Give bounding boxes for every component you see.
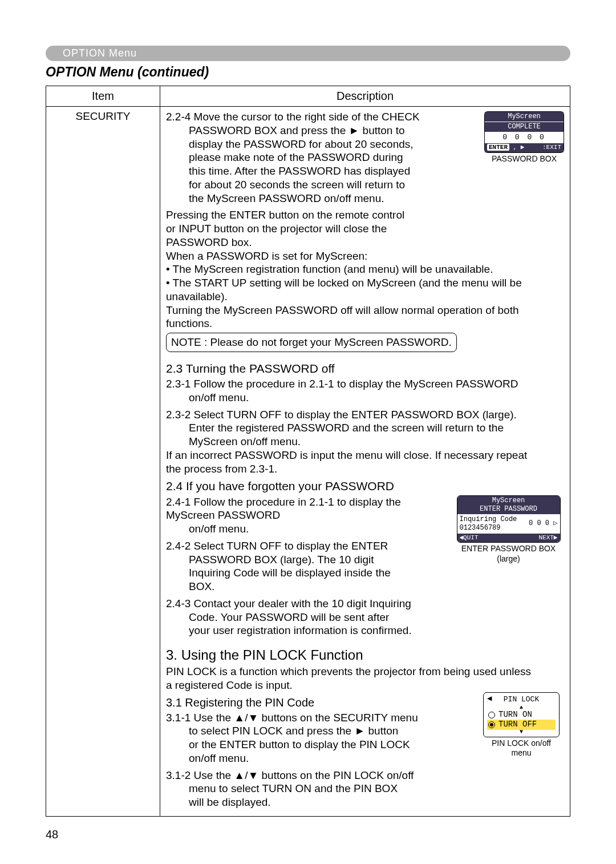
osd-subtitle: COMPLETE: [485, 122, 564, 132]
col-header-description: Description: [160, 86, 570, 107]
osd-enter-label: ENTER: [487, 144, 509, 151]
osd2-footer: ◀QUIT NEXT▶: [457, 534, 560, 543]
step-number: 2.3-1: [166, 378, 191, 390]
section-heading: OPTION Menu (continued): [46, 64, 570, 80]
text: this time. After the PASSWORD has displa…: [166, 165, 410, 177]
osd3-caption: PIN LOCK on/off menu: [479, 738, 564, 758]
text: your user registration information is co…: [166, 624, 412, 636]
osd-digits: 0 0 0 0: [485, 132, 564, 143]
step-number: 2.4-2: [166, 540, 191, 552]
text: the MyScreen PASSWORD on/off menu.: [166, 192, 384, 204]
text: MyScreen: [492, 496, 525, 504]
osd-password-box: MyScreen COMPLETE 0 0 0 0 ENTER , ▶ :EXI…: [484, 111, 564, 153]
text: PASSWORD box.: [166, 236, 252, 248]
text: Use the ▲/▼ buttons on the SECURITY menu: [194, 712, 418, 724]
text: Turning the MyScreen PASSWORD off will a…: [166, 304, 518, 316]
osd3-title: PIN LOCK: [487, 695, 556, 704]
text: please make note of the PASSWORD during: [166, 151, 403, 163]
text: on/off menu.: [166, 752, 249, 764]
osd2-quit: ◀QUIT: [460, 534, 479, 542]
text: for about 20 seconds the screen will ret…: [166, 179, 405, 191]
step-number: 2.3-2: [166, 409, 191, 421]
osd-enter-password-box: MyScreen ENTER PASSWORD Inquiring Code 0…: [457, 495, 561, 543]
triangle-left-icon: ◀: [487, 694, 492, 704]
step-2-3-2: 2.3-2 Select TURN OFF to display the ENT…: [166, 408, 564, 476]
osd3-turn-off: TURN OFF: [499, 720, 537, 730]
text: on/off menu.: [166, 391, 249, 403]
text: Code. Your PASSWORD will be sent after: [166, 611, 389, 623]
text: Enter the registered PASSWORD and the sc…: [166, 422, 504, 434]
text: Use the ▲/▼ buttons on the PIN LOCK on/o…: [194, 769, 414, 781]
osd-pinlock-wrap: ◀ PIN LOCK ▲ TURN ON TURN OFF ▼: [479, 692, 564, 758]
step-number: 2.4-3: [166, 597, 191, 609]
osd2-caption: ENTER PASSWORD BOX (large): [453, 544, 564, 564]
text: ENTER PASSWORD BOX: [461, 544, 556, 553]
text: Follow the procedure in 2.1-1 to display…: [166, 496, 401, 522]
heading-2-3: 2.3 Turning the PASSWORD off: [166, 361, 564, 376]
text: to select PIN LOCK and press the ► butto…: [166, 725, 398, 737]
para-close-box: Pressing the ENTER button on the remote …: [166, 208, 564, 249]
text: ENTER PASSWORD: [480, 505, 537, 513]
col-header-item: Item: [46, 86, 160, 107]
step-3-1-2: 3.1-2 Use the ▲/▼ buttons on the PIN LOC…: [166, 769, 564, 809]
text: Contact your dealer with the 10 digit In…: [194, 597, 411, 609]
description-cell: MyScreen COMPLETE 0 0 0 0 ENTER , ▶ :EXI…: [160, 107, 570, 817]
text: (large): [497, 554, 520, 563]
text: If an incorrect PASSWORD is input the me…: [166, 449, 527, 461]
sec3-intro: PIN LOCK is a function which prevents th…: [166, 665, 564, 692]
text: menu: [511, 748, 531, 757]
text: • The START UP setting will be locked on…: [166, 277, 522, 289]
osd2-next: NEXT▶: [538, 534, 557, 542]
osd2-title: MyScreen ENTER PASSWORD: [457, 496, 560, 514]
osd2-inquiring-label: Inquiring Code: [460, 515, 517, 524]
text: Move the cursor to the right side of the…: [194, 111, 420, 123]
osd2-input-digits: 0 0 0 ▷: [529, 519, 557, 528]
osd3-turn-on: TURN ON: [499, 710, 532, 720]
bullet-2: • The START UP setting will be locked on…: [166, 276, 564, 304]
text: Inquiring Code will be displayed inside …: [166, 567, 391, 579]
text: Pressing the ENTER button on the remote …: [166, 209, 404, 221]
item-cell-security: SECURITY: [46, 107, 160, 817]
note-box: NOTE : Please do not forget your MyScree…: [166, 333, 457, 352]
triangle-down-icon: ▼: [487, 730, 556, 734]
step-number: 3.1-2: [166, 769, 191, 781]
text: unavailable).: [166, 290, 228, 302]
page-number: 48: [46, 828, 570, 841]
menu-tab-label: OPTION Menu: [63, 47, 137, 59]
text: a registered Code is input.: [166, 679, 293, 691]
step-2-3-1: 2.3-1 Follow the procedure in 2.1-1 to d…: [166, 377, 564, 405]
osd-caption: PASSWORD BOX: [484, 154, 564, 164]
menu-tab-bar: OPTION Menu: [46, 46, 570, 61]
osd-pinlock-box: ◀ PIN LOCK ▲ TURN ON TURN OFF ▼: [483, 692, 560, 737]
heading-2-4: 2.4 If you have forgotten your PASSWORD: [166, 479, 564, 494]
bullet-1: • The MyScreen registration function (an…: [166, 263, 564, 276]
page: OPTION Menu OPTION Menu (continued) Item…: [0, 0, 616, 864]
osd-enter-password-wrap: MyScreen ENTER PASSWORD Inquiring Code 0…: [453, 495, 564, 564]
step-number: 2.2-4: [166, 111, 191, 123]
text: PASSWORD BOX (large). The 10 digit: [166, 554, 374, 566]
para-when-set: When a PASSWORD is set for MyScreen:: [166, 249, 564, 263]
text: or INPUT button on the projector will cl…: [166, 223, 387, 235]
osd-exit-label: :EXIT: [542, 144, 561, 152]
text: Select TURN OFF to display the ENTER PAS…: [194, 409, 517, 421]
triangle-up-icon: ▲: [487, 705, 556, 710]
text: MyScreen on/off menu.: [166, 435, 301, 447]
osd-password-box-wrap: MyScreen COMPLETE 0 0 0 0 ENTER , ▶ :EXI…: [484, 110, 564, 164]
osd-footer: ENTER , ▶ :EXIT: [485, 143, 564, 152]
text: functions.: [166, 317, 212, 329]
para-turning-off: Turning the MyScreen PASSWORD off will a…: [166, 304, 564, 331]
text: on/off menu.: [166, 523, 249, 535]
text: PIN LOCK on/off: [492, 738, 551, 748]
step-2-4-3: 2.4-3 Contact your dealer with the 10 di…: [166, 597, 564, 637]
osd3-turn-on-row: TURN ON: [487, 710, 556, 720]
text: Follow the procedure in 2.1-1 to display…: [194, 378, 518, 390]
radio-off-icon: [488, 712, 495, 718]
text: PIN LOCK is a function which prevents th…: [166, 665, 531, 677]
text: menu to select TURN ON and the PIN BOX: [166, 782, 398, 794]
radio-on-icon: [488, 721, 495, 728]
text: the process from 2.3-1.: [166, 463, 277, 475]
text: or the ENTER button to display the PIN L…: [166, 738, 410, 750]
step-number: 2.4-1: [166, 496, 191, 508]
heading-3: 3. Using the PIN LOCK Function: [166, 647, 564, 664]
text: display the PASSWORD for about 20 second…: [166, 138, 414, 150]
